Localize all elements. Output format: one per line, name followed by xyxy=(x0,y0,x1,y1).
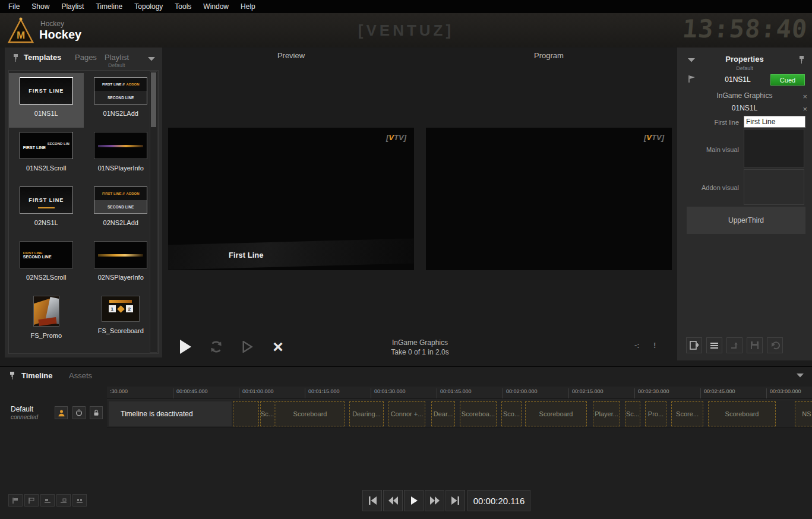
timeline-clip[interactable]: Pro... xyxy=(645,401,666,426)
timeline-clip[interactable]: Dear... xyxy=(431,401,455,426)
timeline-track[interactable]: Timeline is deactivated Sc... Scoreboard… xyxy=(107,400,812,428)
menu-item-tools[interactable]: Tools xyxy=(169,2,197,11)
timeline-clip[interactable]: Scoreboa... xyxy=(460,401,497,426)
scrollbar-thumb[interactable] xyxy=(151,72,156,127)
fast-forward-icon xyxy=(429,496,440,505)
fast-forward-button[interactable] xyxy=(425,490,444,511)
operator-button[interactable] xyxy=(55,406,68,419)
save-button[interactable] xyxy=(747,337,763,353)
cued-state-button[interactable]: Cued xyxy=(770,74,805,86)
timeline-clip[interactable]: Sc... xyxy=(625,401,640,426)
take-status: InGame Graphics Take 0 of 1 in 2.0s xyxy=(168,338,672,357)
timeline-clip[interactable]: Sc... xyxy=(260,401,274,426)
menu-item-topology[interactable]: Topology xyxy=(128,2,169,11)
skip-end-button[interactable] xyxy=(446,490,465,511)
lower-third-band xyxy=(168,239,414,270)
template-thumbnail: FIRST LINE xyxy=(20,186,73,214)
marker-tool-button-3[interactable] xyxy=(40,494,55,507)
tab-playlist[interactable]: Playlist xyxy=(105,53,129,62)
thumb-text: FIRST LINE // xyxy=(102,192,125,195)
pin-icon[interactable] xyxy=(12,53,19,62)
add-to-playlist-button[interactable] xyxy=(706,337,722,353)
flag-icon[interactable] xyxy=(688,75,696,83)
menu-item-show[interactable]: Show xyxy=(26,2,55,11)
power-button[interactable] xyxy=(72,406,86,419)
template-label: FS_Promo xyxy=(30,332,62,339)
chevron-down-icon[interactable] xyxy=(797,374,804,378)
timeline-clip[interactable]: Scoreboard xyxy=(708,401,776,426)
timeline-clip[interactable]: Connor +... xyxy=(388,401,425,426)
marker-tool-button-5[interactable] xyxy=(72,494,87,507)
menu-item-file[interactable]: File xyxy=(2,2,26,11)
alert-icon[interactable]: ! xyxy=(653,341,656,350)
template-label: FS_Scoreboard xyxy=(98,327,144,334)
marker-tool-button-2[interactable] xyxy=(24,494,39,507)
menu-item-help[interactable]: Help xyxy=(235,2,261,11)
pin-icon[interactable] xyxy=(9,371,15,380)
template-item-fs-promo[interactable]: FS_Promo xyxy=(9,292,84,346)
marker-tool-button-1[interactable] xyxy=(8,494,23,507)
template-thumbnail xyxy=(33,296,59,327)
template-item-fs-scoreboard[interactable]: 1 2 FS_Scoreboard xyxy=(84,292,159,346)
chevron-down-icon[interactable] xyxy=(148,57,155,61)
timeline-ruler[interactable]: :30.000 00:00:45.000 00:01:00.000 00:01:… xyxy=(107,387,812,399)
thumb-text-accent: ADDON xyxy=(127,83,140,86)
stack-channel-label: InGame Graphics xyxy=(695,91,794,100)
ruler-label: 00:03:00.000 xyxy=(766,388,801,398)
template-item-02ns2lscroll[interactable]: FIRST LINE SECOND LINE 02NS2LScroll xyxy=(9,237,84,292)
template-thumbnail xyxy=(94,241,147,268)
rewind-button[interactable] xyxy=(383,490,403,511)
timeline-clip[interactable]: Scoreboard xyxy=(276,401,345,426)
first-line-input[interactable] xyxy=(744,116,805,128)
template-item-02nsplayerinfo[interactable]: 02NSPlayerInfo xyxy=(84,237,159,292)
skip-start-button[interactable] xyxy=(362,490,382,511)
timeline-clip[interactable]: Scoreboard xyxy=(525,401,587,426)
tab-pages[interactable]: Pages xyxy=(75,53,97,62)
main-visual-label: Main visual xyxy=(677,146,739,153)
template-item-01ns2lscroll[interactable]: SECOND LIN FIRST LINE 01NS2LScroll xyxy=(9,128,84,182)
new-page-button[interactable] xyxy=(686,337,702,353)
addon-visual-dropzone[interactable] xyxy=(744,169,804,205)
tab-templates[interactable]: Templates xyxy=(24,53,61,62)
close-icon[interactable]: × xyxy=(802,104,807,114)
timeline-clip[interactable]: NS xyxy=(795,401,812,426)
timeline-clip[interactable] xyxy=(233,401,259,426)
menu-item-timeline[interactable]: Timeline xyxy=(90,2,128,11)
vtv-logo-icon: [VTV] xyxy=(644,133,664,142)
template-label: 01NS1L xyxy=(34,110,58,117)
timeline-clip[interactable]: Score... xyxy=(671,401,703,426)
template-item-01ns2ladd[interactable]: FIRST LINE //ADDON SECOND LINE 01NS2LAdd xyxy=(84,73,159,128)
template-label: 02NS2LScroll xyxy=(26,274,66,281)
close-icon[interactable]: × xyxy=(802,91,807,102)
program-monitor: [VTV] xyxy=(426,128,672,270)
update-page-button[interactable] xyxy=(726,337,743,353)
template-scrollbar[interactable] xyxy=(150,71,157,353)
play-button[interactable] xyxy=(404,490,424,511)
timeline-clip[interactable]: Dearing... xyxy=(349,401,384,426)
menu-item-playlist[interactable]: Playlist xyxy=(55,2,90,11)
person-icon xyxy=(57,409,66,417)
template-item-01ns1l[interactable]: FIRST LINE 01NS1L xyxy=(9,73,84,128)
template-label: 02NS1L xyxy=(34,219,58,226)
stack-row-channel: InGame Graphics × xyxy=(677,91,812,103)
template-thumbnail xyxy=(94,132,147,159)
take-flow-icon[interactable]: -: xyxy=(634,341,640,350)
tab-assets[interactable]: Assets xyxy=(69,371,92,380)
marker-tool-button-4[interactable] xyxy=(56,494,71,507)
undo-button[interactable] xyxy=(767,337,783,353)
list-icon xyxy=(710,342,719,349)
upperthird-template-button[interactable]: UpperThird xyxy=(687,207,805,234)
template-item-01nsplayerinfo[interactable]: 01NSPlayerInfo xyxy=(84,128,159,182)
pin-icon[interactable] xyxy=(798,55,805,64)
template-thumbnail: FIRST LINE //ADDON SECOND LINE xyxy=(94,77,147,105)
tab-timeline[interactable]: Timeline xyxy=(21,371,53,380)
menu-item-window[interactable]: Window xyxy=(197,2,235,11)
lock-button[interactable] xyxy=(90,406,103,419)
template-item-02ns1l[interactable]: FIRST LINE 02NS1L xyxy=(9,182,84,237)
timeline-panel: Timeline Assets :30.000 00:00:45.000 00:… xyxy=(0,366,812,519)
timeline-clip[interactable]: Player... xyxy=(593,401,620,426)
track-header: Default connected xyxy=(0,400,107,428)
main-visual-dropzone[interactable] xyxy=(744,129,804,168)
timeline-clip[interactable]: Sco... xyxy=(501,401,522,426)
template-item-02ns2ladd[interactable]: FIRST LINE //ADDON SECOND LINE 02NS2LAdd xyxy=(84,182,159,237)
